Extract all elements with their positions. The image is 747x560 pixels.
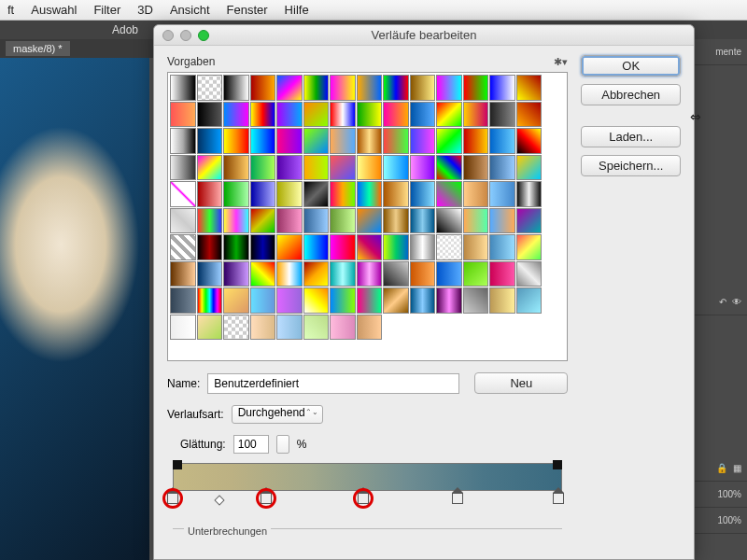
gradient-preset-swatch[interactable] xyxy=(410,102,436,128)
gradient-preset-swatch[interactable] xyxy=(250,102,276,128)
gradient-preset-swatch[interactable] xyxy=(410,208,436,234)
gradient-preset-swatch[interactable] xyxy=(357,234,383,260)
gradient-preset-swatch[interactable] xyxy=(197,155,223,181)
gradient-preset-swatch[interactable] xyxy=(436,287,462,314)
gradient-preset-swatch[interactable] xyxy=(303,234,330,260)
gradient-preset-swatch[interactable] xyxy=(276,102,303,128)
gradient-preset-swatch[interactable] xyxy=(197,287,223,314)
gradient-preset-swatch[interactable] xyxy=(197,315,223,341)
gradient-preset-swatch[interactable] xyxy=(170,287,196,314)
gradient-preset-swatch[interactable] xyxy=(197,208,223,234)
gradient-preset-swatch[interactable] xyxy=(383,102,409,128)
gradient-preset-swatch[interactable] xyxy=(223,155,249,181)
gradient-preset-swatch[interactable] xyxy=(383,128,409,154)
gradient-preset-swatch[interactable] xyxy=(330,75,356,101)
gradient-preset-swatch[interactable] xyxy=(276,181,303,207)
gradient-preset-swatch[interactable] xyxy=(436,234,462,260)
smoothness-stepper[interactable] xyxy=(276,435,289,454)
gradient-preset-swatch[interactable] xyxy=(330,261,356,287)
gradient-preset-swatch[interactable] xyxy=(330,234,356,260)
gradient-preset-swatch[interactable] xyxy=(463,75,489,101)
gradient-preset-swatch[interactable] xyxy=(489,102,515,128)
gradient-preset-swatch[interactable] xyxy=(170,155,196,181)
gradient-preset-swatch[interactable] xyxy=(357,75,383,101)
gradient-preset-swatch[interactable] xyxy=(250,234,276,260)
gradient-preset-swatch[interactable] xyxy=(170,315,196,341)
gradient-preset-swatch[interactable] xyxy=(276,208,303,234)
presets-menu-icon[interactable]: ✱▾ xyxy=(554,56,568,68)
gradient-preset-swatch[interactable] xyxy=(516,155,543,181)
gradient-preset-swatch[interactable] xyxy=(276,315,303,341)
gradient-preset-swatch[interactable] xyxy=(516,287,543,314)
color-stop[interactable] xyxy=(261,493,272,506)
gradient-preset-swatch[interactable] xyxy=(170,75,196,101)
gradient-preset-swatch[interactable] xyxy=(303,155,330,181)
gradient-preset-swatch[interactable] xyxy=(489,155,515,181)
gradient-preset-swatch[interactable] xyxy=(223,315,249,341)
gradient-preset-swatch[interactable] xyxy=(276,261,303,287)
gradient-preset-swatch[interactable] xyxy=(197,261,223,287)
gradient-preset-swatch[interactable] xyxy=(516,208,543,234)
gradient-preset-swatch[interactable] xyxy=(223,208,249,234)
gradient-preset-swatch[interactable] xyxy=(330,287,356,314)
gradient-preset-swatch[interactable] xyxy=(303,181,330,207)
gradient-preset-swatch[interactable] xyxy=(436,261,462,287)
gradient-preset-swatch[interactable] xyxy=(410,75,436,101)
cancel-button[interactable]: Abbrechen xyxy=(581,84,681,105)
ok-button[interactable]: OK xyxy=(581,55,681,77)
gradient-preset-swatch[interactable] xyxy=(436,75,462,101)
menu-item[interactable]: Ansicht xyxy=(170,3,210,17)
load-button[interactable]: Laden... xyxy=(581,126,681,147)
gradient-preset-swatch[interactable] xyxy=(223,75,249,101)
gradient-preset-swatch[interactable] xyxy=(383,155,409,181)
gradient-preset-swatch[interactable] xyxy=(276,287,303,314)
gradient-preset-swatch[interactable] xyxy=(357,155,383,181)
gradient-preset-swatch[interactable] xyxy=(223,234,249,260)
color-stop[interactable] xyxy=(553,493,564,506)
gradient-preset-swatch[interactable] xyxy=(303,315,330,341)
gradient-preset-swatch[interactable] xyxy=(463,261,489,287)
gradient-preset-swatch[interactable] xyxy=(489,234,515,260)
gradient-preset-swatch[interactable] xyxy=(383,208,409,234)
gradient-preset-swatch[interactable] xyxy=(463,128,489,154)
gradient-preset-swatch[interactable] xyxy=(197,234,223,260)
gradient-preset-swatch[interactable] xyxy=(436,102,462,128)
gradient-preset-swatch[interactable] xyxy=(170,128,196,154)
gradient-preset-swatch[interactable] xyxy=(330,315,356,341)
gradient-preset-swatch[interactable] xyxy=(250,128,276,154)
gradient-preset-swatch[interactable] xyxy=(410,287,436,314)
menu-item[interactable]: 3D xyxy=(137,3,153,17)
gradient-preset-swatch[interactable] xyxy=(303,102,330,128)
gradient-preset-swatch[interactable] xyxy=(223,261,249,287)
gradient-preset-swatch[interactable] xyxy=(303,128,330,154)
gradient-preset-swatch[interactable] xyxy=(516,75,543,101)
opacity-stop-left[interactable] xyxy=(173,460,182,469)
gradient-preset-swatch[interactable] xyxy=(303,261,330,287)
menu-item[interactable]: Auswahl xyxy=(31,3,77,17)
gradient-name-input[interactable] xyxy=(207,373,459,394)
gradient-preset-swatch[interactable] xyxy=(197,75,223,101)
gradient-preset-swatch[interactable] xyxy=(516,261,543,287)
gradient-preset-swatch[interactable] xyxy=(170,261,196,287)
gradient-preset-swatch[interactable] xyxy=(357,128,383,154)
menu-item[interactable]: Filter xyxy=(93,3,120,17)
gradient-preset-swatch[interactable] xyxy=(357,208,383,234)
gradient-preset-swatch[interactable] xyxy=(223,181,249,207)
gradient-preset-swatch[interactable] xyxy=(330,102,356,128)
color-stop[interactable] xyxy=(167,493,178,506)
gradient-preset-swatch[interactable] xyxy=(276,128,303,154)
gradient-preset-swatch[interactable] xyxy=(276,155,303,181)
gradient-preset-swatch[interactable] xyxy=(250,315,276,341)
gradient-preset-swatch[interactable] xyxy=(463,234,489,260)
gradient-preset-swatch[interactable] xyxy=(489,261,515,287)
gradient-preset-swatch[interactable] xyxy=(463,155,489,181)
gradient-preset-swatch[interactable] xyxy=(516,128,543,154)
gradient-preset-swatch[interactable] xyxy=(489,287,515,314)
opacity-stop-right[interactable] xyxy=(553,460,562,469)
menu-item[interactable]: ft xyxy=(7,3,14,17)
gradient-preset-swatch[interactable] xyxy=(197,102,223,128)
gradient-preset-swatch[interactable] xyxy=(410,181,436,207)
history-icon[interactable]: ↶ 👁 xyxy=(692,289,747,315)
gradient-preset-swatch[interactable] xyxy=(516,181,543,207)
gradient-preset-swatch[interactable] xyxy=(410,155,436,181)
